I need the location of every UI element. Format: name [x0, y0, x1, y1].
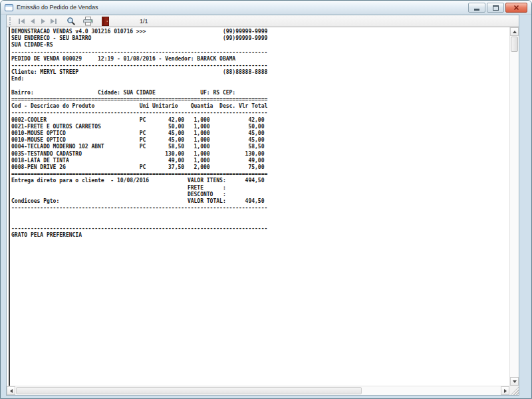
arrow-down-icon [513, 380, 517, 383]
report-page-border [9, 27, 10, 386]
arrow-right-icon [504, 389, 507, 393]
zoom-button[interactable] [66, 17, 76, 26]
horizontal-scroll-thumb[interactable] [16, 387, 362, 394]
report-text: DEMONSTRACAO VENDAS v4.0 301216 010716 >… [11, 29, 267, 239]
scroll-right-button[interactable] [501, 386, 509, 395]
titlebar[interactable]: Emissão do Pedido de Vendas [1, 1, 531, 15]
window-title: Emissão do Pedido de Vendas [17, 4, 98, 11]
page-indicator: 1/1 [140, 18, 148, 25]
client-area: 1/1 DEMONSTRACAO VENDAS v4.0 301216 0107… [6, 15, 519, 396]
scroll-up-button[interactable] [510, 27, 519, 36]
next-page-button[interactable] [38, 17, 48, 26]
close-button[interactable] [505, 3, 527, 13]
report-view[interactable]: DEMONSTRACAO VENDAS v4.0 301216 010716 >… [7, 27, 509, 386]
minimize-button[interactable] [468, 3, 485, 13]
previous-page-icon [31, 19, 35, 24]
vertical-scroll-thumb[interactable] [511, 37, 518, 52]
next-page-icon [41, 19, 45, 24]
last-page-button[interactable] [49, 17, 59, 26]
minimize-icon [474, 9, 479, 11]
last-page-icon [51, 19, 55, 24]
print-button[interactable] [83, 17, 93, 26]
exit-door-icon [102, 17, 109, 26]
app-icon [5, 4, 13, 11]
scroll-down-button[interactable] [510, 377, 519, 386]
maximize-button[interactable] [487, 3, 504, 13]
first-page-icon [19, 19, 20, 24]
previous-page-button[interactable] [27, 17, 37, 26]
arrow-left-icon [10, 389, 13, 393]
first-page-button[interactable] [17, 17, 27, 26]
scroll-left-button[interactable] [7, 386, 15, 395]
arrow-up-icon [513, 31, 517, 33]
vertical-scrollbar[interactable] [509, 27, 519, 386]
app-window: Emissão do Pedido de Vendas [0, 0, 532, 399]
printer-icon [83, 17, 93, 26]
horizontal-scrollbar[interactable] [7, 386, 509, 395]
toolbar: 1/1 [7, 15, 519, 27]
window-controls [468, 3, 527, 13]
maximize-icon [493, 5, 499, 11]
toolbar-grip[interactable] [9, 17, 13, 25]
exit-button[interactable] [100, 17, 110, 26]
close-icon [513, 5, 519, 11]
resize-grip[interactable] [509, 386, 519, 395]
magnifier-icon [66, 17, 76, 26]
